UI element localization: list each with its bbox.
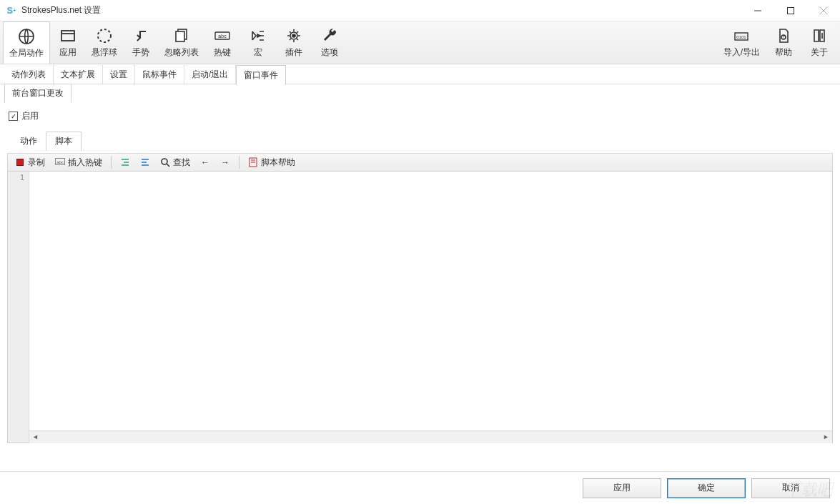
editor-toolbar: 录制 abc 插入热键 查找 ← → 脚本帮助 xyxy=(7,153,833,172)
tab-windowevents-label: 窗口事件 xyxy=(244,70,278,80)
next-button[interactable]: → xyxy=(217,156,233,169)
tab-settings[interactable]: 设置 xyxy=(103,65,135,84)
tool-help[interactable]: ? 帮助 xyxy=(766,21,801,64)
prev-button[interactable]: ← xyxy=(197,156,213,169)
window-title: StrokesPlus.net 设置 xyxy=(21,4,101,16)
toolbar-separator xyxy=(111,156,112,169)
tab-textexpand[interactable]: 文本扩展 xyxy=(54,65,103,84)
close-button[interactable] xyxy=(807,0,840,21)
help-doc-icon: ? xyxy=(774,26,793,45)
innertab-script[interactable]: 脚本 xyxy=(46,132,81,151)
line-number: 1 xyxy=(20,173,24,182)
scroll-right-arrow-icon[interactable]: ► xyxy=(820,431,832,443)
innertab-action[interactable]: 动作 xyxy=(11,132,46,150)
svg-point-27 xyxy=(162,159,167,164)
insert-hotkey-label: 插入热键 xyxy=(68,157,102,169)
app-icon: S+ xyxy=(6,5,17,16)
record-button[interactable]: 录制 xyxy=(12,155,48,170)
tab-textexpand-label: 文本扩展 xyxy=(61,69,95,79)
insert-hotkey-button[interactable]: abc 插入热键 xyxy=(52,155,105,170)
arrow-left-icon: ← xyxy=(200,157,210,167)
ok-button[interactable]: 确定 xyxy=(667,478,746,498)
scroll-left-arrow-icon[interactable]: ◄ xyxy=(29,431,41,443)
outdent-icon xyxy=(140,157,150,167)
scroll-track[interactable] xyxy=(41,431,820,443)
tool-importexport-label: 导入/导出 xyxy=(723,46,760,59)
tool-float-label: 悬浮球 xyxy=(92,46,117,59)
gesture-arrow-icon xyxy=(132,26,150,45)
svg-text:abc: abc xyxy=(218,34,227,39)
import-export-icon: 0101 xyxy=(732,26,751,45)
tool-apps[interactable]: 应用 xyxy=(50,21,86,64)
cancel-button[interactable]: 取消 xyxy=(751,478,830,498)
tool-about[interactable]: 关于 xyxy=(801,21,837,64)
tool-apps-label: 应用 xyxy=(59,46,76,59)
macro-icon xyxy=(249,26,267,45)
tool-options[interactable]: 选项 xyxy=(312,21,347,64)
tab-startexit[interactable]: 启动/退出 xyxy=(184,65,236,84)
checkbox-icon: ✓ xyxy=(9,112,18,121)
indent-button[interactable] xyxy=(117,156,133,169)
dotted-circle-icon xyxy=(95,26,114,45)
tool-macro[interactable]: 宏 xyxy=(240,21,276,64)
dialog-footer: 应用 确定 取消 xyxy=(0,471,840,504)
ok-label: 确定 xyxy=(698,482,715,494)
tab-actionlist-label: 动作列表 xyxy=(11,69,46,79)
svg-text:0101: 0101 xyxy=(737,35,747,39)
record-icon xyxy=(15,157,25,167)
tool-global-label: 全局动作 xyxy=(9,47,44,59)
maximize-button[interactable] xyxy=(774,0,807,21)
plugin-gear-icon xyxy=(285,26,303,45)
apply-button[interactable]: 应用 xyxy=(583,478,661,498)
tool-help-label: 帮助 xyxy=(775,46,792,59)
find-button[interactable]: 查找 xyxy=(157,155,193,170)
titlebar-left: S+ StrokesPlus.net 设置 xyxy=(6,4,101,16)
tab-windowevents[interactable]: 窗口事件 xyxy=(236,65,286,85)
svg-point-13 xyxy=(292,34,295,37)
tool-float[interactable]: 悬浮球 xyxy=(86,21,123,64)
line-gutter: 1 xyxy=(8,172,29,443)
enable-checkbox-row[interactable]: ✓ 启用 xyxy=(9,107,831,128)
tool-importexport[interactable]: 0101 导入/导出 xyxy=(718,21,766,64)
tool-ignore[interactable]: 忽略列表 xyxy=(159,21,204,64)
enable-label: 启用 xyxy=(21,110,39,122)
tab-startexit-label: 启动/退出 xyxy=(192,69,228,79)
svg-rect-5 xyxy=(61,31,74,41)
tool-hotkey[interactable]: abc 热键 xyxy=(204,21,240,64)
main-toolbar: 全局动作 应用 悬浮球 手势 忽略列表 abc 热键 宏 插件 选项 0101 … xyxy=(0,21,840,64)
svg-line-28 xyxy=(167,164,169,167)
innertab-script-label: 脚本 xyxy=(55,136,72,146)
find-label: 查找 xyxy=(173,157,190,169)
tab-mouseevents-label: 鼠标事件 xyxy=(142,69,177,79)
abc-small-icon: abc xyxy=(55,157,65,167)
subtab-fgwindow-label: 前台窗口更改 xyxy=(12,88,64,98)
tab-mouseevents[interactable]: 鼠标事件 xyxy=(135,65,184,84)
code-area[interactable] xyxy=(29,172,832,443)
window-titlebar: S+ StrokesPlus.net 设置 xyxy=(0,0,840,21)
abc-key-icon: abc xyxy=(213,26,232,45)
tab-actionlist[interactable]: 动作列表 xyxy=(4,65,54,84)
innertab-action-label: 动作 xyxy=(20,136,37,146)
minimize-button[interactable] xyxy=(741,0,774,21)
horizontal-scrollbar[interactable]: ◄ ► xyxy=(29,430,832,443)
window-controls xyxy=(741,0,840,21)
tool-global[interactable]: 全局动作 xyxy=(3,21,50,64)
svg-rect-9 xyxy=(176,31,184,41)
code-editor[interactable]: 1 ◄ ► xyxy=(7,172,833,443)
tool-gesture[interactable]: 手势 xyxy=(123,21,159,64)
tool-ignore-label: 忽略列表 xyxy=(164,46,199,59)
tool-about-label: 关于 xyxy=(811,46,828,59)
globe-icon xyxy=(17,27,36,46)
svg-text:abc: abc xyxy=(56,160,64,164)
stack-icon xyxy=(172,26,191,45)
tool-plugin[interactable]: 插件 xyxy=(276,21,312,64)
window-icon xyxy=(59,26,77,45)
tool-macro-label: 宏 xyxy=(254,46,262,59)
svg-point-7 xyxy=(98,29,111,42)
svg-text:?: ? xyxy=(783,35,785,39)
subtab-fgwindow[interactable]: 前台窗口更改 xyxy=(4,84,71,103)
primary-tabs: 动作列表 文本扩展 设置 鼠标事件 启动/退出 窗口事件 xyxy=(0,64,840,84)
outdent-button[interactable] xyxy=(137,156,153,169)
tool-hotkey-label: 热键 xyxy=(214,46,231,59)
script-help-button[interactable]: 脚本帮助 xyxy=(245,155,298,170)
